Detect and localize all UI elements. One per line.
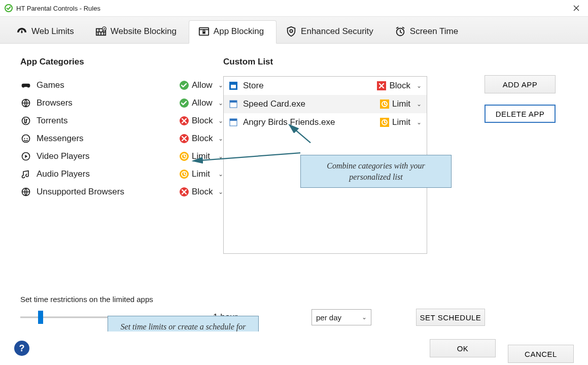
tab-bar: Web Limits Website Blocking App Blocking… bbox=[0, 17, 588, 44]
ok-button[interactable]: OK bbox=[430, 339, 496, 357]
per-period-value: per day bbox=[316, 313, 341, 322]
chevron-down-icon: ⌄ bbox=[417, 119, 422, 126]
svg-point-11 bbox=[26, 138, 27, 139]
category-name: Messengers bbox=[37, 134, 180, 144]
category-row: Messengers Block ⌄ bbox=[20, 129, 223, 147]
chevron-down-icon: ⌄ bbox=[218, 117, 223, 124]
category-name: Audio Players bbox=[37, 169, 180, 179]
category-row: Unsupported Browsers Block ⌄ bbox=[20, 183, 223, 201]
window-close-button[interactable] bbox=[565, 0, 588, 16]
status-label: Limit bbox=[392, 99, 410, 109]
chevron-down-icon: ⌄ bbox=[218, 153, 223, 160]
tab-label: Enhanced Security bbox=[301, 26, 373, 37]
category-icon bbox=[20, 186, 31, 197]
window-lock-icon bbox=[198, 26, 210, 37]
chevron-down-icon: ⌄ bbox=[362, 314, 367, 321]
category-icon bbox=[20, 80, 31, 91]
category-name: Video Players bbox=[37, 151, 180, 161]
chevron-down-icon: ⌄ bbox=[417, 101, 422, 108]
annotation-callout-1: Combine categories with your personalize… bbox=[300, 155, 452, 188]
app-name: Speed Card.exe bbox=[243, 99, 380, 109]
svg-rect-20 bbox=[230, 101, 237, 103]
status-label: Limit bbox=[392, 117, 410, 127]
chevron-down-icon: ⌄ bbox=[218, 82, 223, 89]
gauge-icon bbox=[16, 26, 27, 37]
category-status-dropdown[interactable]: Limit ⌄ bbox=[180, 169, 223, 179]
app-status-dropdown[interactable]: Limit ⌄ bbox=[380, 99, 422, 109]
category-row: Games Allow ⌄ bbox=[20, 76, 223, 94]
chevron-down-icon: ⌄ bbox=[218, 188, 223, 195]
category-row: Video Players Limit ⌄ bbox=[20, 147, 223, 165]
wall-icon bbox=[95, 26, 107, 37]
tab-app-blocking[interactable]: App Blocking bbox=[189, 20, 276, 44]
custom-app-row[interactable]: Angry Birds Friends.exe Limit ⌄ bbox=[224, 113, 427, 131]
tab-label: App Blocking bbox=[214, 26, 264, 37]
svg-point-5 bbox=[290, 29, 293, 32]
chevron-down-icon: ⌄ bbox=[218, 171, 223, 178]
time-restrictions-label: Set time restrictions on the limited app… bbox=[20, 295, 571, 304]
add-app-button[interactable]: ADD APP bbox=[485, 75, 556, 93]
set-schedule-button[interactable]: SET SCHEDULE bbox=[416, 309, 485, 326]
category-name: Unsupported Browsers bbox=[37, 187, 180, 197]
app-name: Store bbox=[243, 81, 377, 91]
app-icon bbox=[229, 118, 238, 127]
category-status-dropdown[interactable]: Block ⌄ bbox=[180, 187, 223, 197]
tab-label: Screen Time bbox=[410, 26, 458, 37]
alarm-icon bbox=[395, 26, 406, 37]
category-icon bbox=[20, 151, 31, 162]
svg-point-10 bbox=[24, 138, 25, 139]
time-restrictions-section: Set time restrictions on the limited app… bbox=[20, 295, 571, 326]
category-icon bbox=[20, 133, 31, 144]
custom-app-row[interactable]: Speed Card.exe Limit ⌄ bbox=[224, 95, 427, 113]
app-logo-icon bbox=[4, 4, 13, 13]
category-icon bbox=[20, 169, 31, 180]
chevron-down-icon: ⌄ bbox=[218, 99, 223, 107]
status-label: Limit bbox=[192, 151, 210, 161]
content-area: App Categories Games Allow ⌄ Browsers Al… bbox=[0, 44, 588, 332]
custom-list-heading: Custom List bbox=[223, 57, 472, 67]
category-row: Torrents Block ⌄ bbox=[20, 112, 223, 129]
status-label: Allow bbox=[192, 80, 213, 90]
cancel-button[interactable]: CANCEL bbox=[508, 345, 574, 363]
svg-rect-23 bbox=[230, 119, 237, 121]
per-period-select[interactable]: per day ⌄ bbox=[312, 309, 371, 325]
app-status-dropdown[interactable]: Block ⌄ bbox=[377, 81, 422, 91]
tab-screen-time[interactable]: Screen Time bbox=[386, 21, 470, 43]
app-status-dropdown[interactable]: Limit ⌄ bbox=[380, 117, 422, 127]
category-row: Audio Players Limit ⌄ bbox=[20, 165, 223, 183]
category-name: Torrents bbox=[37, 116, 180, 126]
tab-enhanced-security[interactable]: Enhanced Security bbox=[276, 21, 386, 43]
status-label: Allow bbox=[192, 98, 213, 108]
category-status-dropdown[interactable]: Limit ⌄ bbox=[180, 151, 223, 161]
category-name: Games bbox=[37, 80, 180, 90]
tab-website-blocking[interactable]: Website Blocking bbox=[86, 21, 189, 43]
app-categories-heading: App Categories bbox=[20, 57, 223, 67]
window-title: HT Parental Controls - Rules bbox=[16, 5, 100, 12]
category-status-dropdown[interactable]: Block ⌄ bbox=[180, 134, 223, 144]
category-status-dropdown[interactable]: Allow ⌄ bbox=[180, 80, 223, 90]
dialog-footer: ? OK CANCEL bbox=[0, 331, 588, 365]
status-label: Block bbox=[389, 81, 410, 91]
help-button[interactable]: ? bbox=[14, 341, 29, 356]
tab-label: Website Blocking bbox=[111, 26, 177, 37]
status-label: Block bbox=[192, 134, 213, 144]
delete-app-button[interactable]: DELETE APP bbox=[485, 105, 556, 123]
category-icon bbox=[20, 97, 31, 109]
status-label: Limit bbox=[192, 169, 210, 179]
category-status-dropdown[interactable]: Block ⌄ bbox=[180, 116, 223, 126]
category-name: Browsers bbox=[37, 98, 180, 108]
category-row: Browsers Allow ⌄ bbox=[20, 94, 223, 112]
tab-web-limits[interactable]: Web Limits bbox=[7, 21, 86, 43]
title-bar: HT Parental Controls - Rules bbox=[0, 0, 588, 17]
app-name: Angry Birds Friends.exe bbox=[243, 117, 380, 127]
shield-icon bbox=[286, 26, 297, 37]
slider-thumb[interactable] bbox=[38, 311, 43, 324]
custom-app-row[interactable]: Store Block ⌄ bbox=[224, 77, 427, 95]
app-icon bbox=[229, 81, 238, 90]
app-icon bbox=[229, 99, 238, 109]
status-label: Block bbox=[192, 116, 213, 126]
svg-rect-4 bbox=[202, 31, 205, 34]
category-status-dropdown[interactable]: Allow ⌄ bbox=[180, 98, 223, 108]
chevron-down-icon: ⌄ bbox=[218, 135, 223, 142]
tab-label: Web Limits bbox=[31, 26, 74, 37]
